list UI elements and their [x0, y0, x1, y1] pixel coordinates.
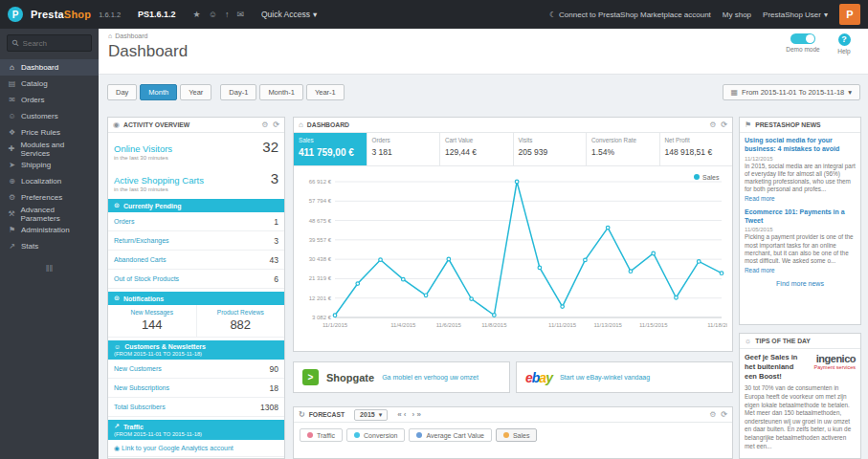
article-title-link[interactable]: Ecommerce 101: Payments in a Tweet [745, 208, 856, 226]
total-subscribers-row[interactable]: Total Subscribers 1308 [108, 398, 284, 417]
quick-access-menu[interactable]: Quick Access▾ [261, 10, 317, 19]
panel-refresh-icon[interactable]: ⟳ [721, 120, 727, 129]
help-label: Help [830, 48, 858, 55]
sidebar-item-dashboard[interactable]: ⌂Dashboard [0, 59, 99, 76]
quick-access-label: Quick Access [261, 10, 310, 19]
legend-traffic-toggle[interactable]: Traffic [300, 428, 343, 442]
read-more-link[interactable]: Read more [745, 195, 856, 202]
sidebar-item-orders[interactable]: ✉Orders [0, 92, 99, 108]
shopgate-cta-link[interactable]: Ga mobiel en verhoog uw omzet [382, 374, 479, 381]
kpi-label: Orders [372, 137, 435, 143]
sidebar-item-advanced-parameters[interactable]: ⚒Advanced Parameters [0, 206, 99, 222]
ebay-letter: e [525, 370, 532, 385]
sidebar-item-preferences[interactable]: ⚙Preferences [0, 189, 99, 206]
sidebar-item-modules[interactable]: ✚Modules and Services [0, 141, 99, 157]
kpi-conversion-rate[interactable]: Conversion Rate 1.54% [587, 133, 660, 165]
pending-orders-row[interactable]: Orders 1 [108, 212, 284, 231]
panel-settings-icon[interactable]: ⚙ [709, 120, 716, 129]
bookmark-icon[interactable]: ★ [193, 10, 201, 19]
user-avatar[interactable]: P [839, 4, 860, 25]
marketplace-label: Connect to PrestaShop Marketplace accoun… [559, 11, 711, 19]
kpi-visits[interactable]: Visits 205 939 [514, 133, 588, 165]
news-article: Ecommerce 101: Payments in a Tweet 11/05… [745, 208, 856, 273]
shop-name: PS1.6.1.2 [138, 10, 176, 19]
sidebar-item-catalog[interactable]: ▤Catalog [0, 76, 99, 92]
demo-mode-toggle[interactable] [790, 33, 815, 44]
forecast-year-select[interactable]: 2015▾ [354, 409, 388, 421]
kpi-cart-value[interactable]: Cart Value 129,44 € [440, 133, 514, 165]
ingenico-logo: ingenico Payment services [814, 353, 856, 381]
prev-year-button[interactable]: « ‹ [397, 410, 406, 419]
active-carts-link[interactable]: Active Shopping Carts [114, 175, 204, 186]
find-more-news-link[interactable]: Find more news [745, 280, 856, 287]
next-year-button[interactable]: › » [412, 410, 421, 419]
range-month-1-button[interactable]: Month-1 [259, 84, 303, 100]
range-day-button[interactable]: Day [107, 84, 137, 100]
messages-notification-icon[interactable]: ✉ [236, 10, 244, 19]
upload-icon[interactable]: ↑ [225, 10, 230, 19]
forecast-icon: ↻ [299, 410, 305, 419]
date-range-button[interactable]: ▦ From 2015-11-01 To 2015-11-18 ▾ [723, 84, 860, 100]
google-analytics-link-row[interactable]: ◉ Link to your Google Analytics account [108, 440, 284, 457]
ebay-cta-link[interactable]: Start uw eBay-winkel vandaag [560, 374, 650, 381]
row-value: 90 [270, 364, 278, 374]
row-label: Total Subscribers [114, 404, 166, 410]
panel-refresh-icon[interactable]: ⟳ [721, 410, 727, 419]
read-more-link[interactable]: Read more [745, 267, 856, 273]
prestashop-news-panel: ⚑ PRESTASHOP NEWS Using social media for… [739, 117, 861, 325]
legend-sales-toggle[interactable]: Sales [496, 428, 538, 442]
new-customers-row[interactable]: New Customers 90 [108, 360, 284, 379]
customers-newsletters-header: ☺Customers & Newsletters (FROM 2015-11-0… [108, 340, 284, 360]
sidebar-item-label: Price Rules [21, 128, 60, 137]
sidebar-item-shipping[interactable]: ➤Shipping [0, 157, 99, 173]
article-title-link[interactable]: Using social media for your business: 4 … [745, 137, 856, 154]
customers-notification-icon[interactable]: ☺ [209, 10, 217, 19]
sidebar-item-localization[interactable]: ⊕Localization [0, 173, 99, 189]
marketplace-link[interactable]: ☾Connect to PrestaShop Marketplace accou… [549, 11, 711, 19]
online-visitors-link[interactable]: Online Visitors [114, 143, 172, 154]
sidebar-item-customers[interactable]: ☺Customers [0, 108, 99, 124]
sidebar-search[interactable]: ⚲ [7, 34, 92, 52]
demo-mode-label: Demo mode [782, 46, 824, 53]
section-title: Traffic [123, 424, 144, 430]
kpi-orders[interactable]: Orders 3 181 [367, 133, 441, 165]
caret-down-icon: ▾ [379, 411, 383, 419]
my-shop-link[interactable]: My shop [723, 11, 751, 19]
panel-settings-icon[interactable]: ⚙ [261, 120, 268, 129]
sidebar-item-administration[interactable]: ⚑Administration [0, 222, 99, 238]
news-panel-header: ⚑ PRESTASHOP NEWS [740, 118, 860, 133]
sidebar-collapse-button[interactable]: ‖‖ [0, 264, 99, 273]
range-year-1-button[interactable]: Year-1 [306, 84, 345, 100]
range-year-button[interactable]: Year [180, 84, 211, 100]
user-menu[interactable]: PrestaShop User▾ [763, 11, 828, 19]
kpi-net-profit[interactable]: Net Profit 148 918,51 € [660, 133, 733, 165]
bell-icon: ⊙ [114, 295, 120, 302]
legend-conversion-toggle[interactable]: Conversion [346, 428, 405, 442]
sidebar-item-price-rules[interactable]: ❖Price Rules [0, 124, 99, 141]
range-day-1-button[interactable]: Day-1 [220, 84, 256, 100]
new-messages-cell[interactable]: New Messages 144 [108, 305, 196, 337]
new-subscriptions-row[interactable]: New Subscriptions 18 [108, 379, 284, 398]
product-reviews-cell[interactable]: Product Reviews 882 [196, 305, 285, 337]
sidebar-item-label: Shipping [21, 161, 51, 169]
calendar-icon: ▦ [731, 88, 739, 97]
svg-text:57 794 €: 57 794 € [309, 198, 332, 204]
panel-settings-icon[interactable]: ⚙ [709, 410, 716, 419]
abandoned-carts-row[interactable]: Abandoned Carts 43 [108, 251, 284, 270]
help-button[interactable]: ? Help [830, 33, 858, 55]
svg-text:30 438 €: 30 438 € [309, 256, 332, 262]
search-input[interactable] [23, 39, 88, 48]
news-panel-title: PRESTASHOP NEWS [755, 121, 820, 128]
panel-refresh-icon[interactable]: ⟳ [273, 120, 279, 129]
out-of-stock-row[interactable]: Out of Stock Products 6 [108, 270, 284, 289]
row-value: 18 [270, 383, 278, 393]
kpi-value: 3 181 [372, 147, 435, 157]
pending-returns-row[interactable]: Return/Exchanges 3 [108, 231, 284, 251]
kpi-label: Cart Value [445, 137, 508, 143]
range-month-button[interactable]: Month [140, 84, 177, 100]
svg-text:11/8/2015: 11/8/2015 [481, 322, 507, 328]
sidebar-item-stats[interactable]: ↗Stats [0, 238, 99, 254]
kpi-sales[interactable]: Sales 411 759,00 € [294, 133, 367, 165]
legend-average-cart-value-toggle[interactable]: Average Cart Value [409, 428, 491, 442]
svg-text:11/18/2015: 11/18/2015 [707, 322, 727, 328]
